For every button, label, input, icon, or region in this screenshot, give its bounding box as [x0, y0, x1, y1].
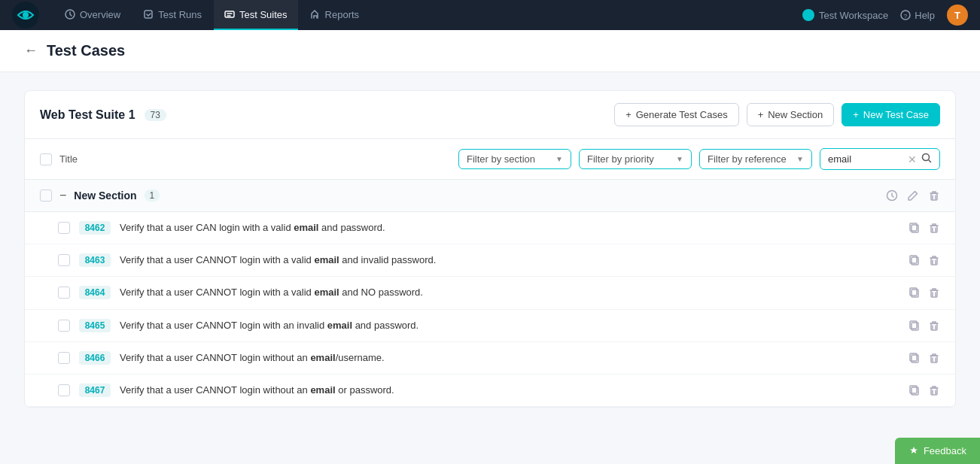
plus-icon: +	[853, 109, 859, 120]
test-cases-list: 8462 Verify that a user CAN login with a…	[25, 212, 955, 407]
nav-right: Test Workspace ? Help T	[802, 5, 968, 26]
test-case-actions	[908, 352, 940, 364]
title-column-header: Title	[59, 153, 451, 165]
filter-reference-dropdown[interactable]: Filter by reference ▼	[699, 149, 812, 169]
copy-test-case-button[interactable]	[908, 384, 921, 396]
test-case-checkbox-8462[interactable]	[58, 222, 70, 234]
nav-test-runs[interactable]: Test Runs	[132, 0, 212, 30]
user-avatar[interactable]: T	[947, 5, 968, 26]
test-case-id: 8467	[79, 384, 111, 397]
filters-row: Title Filter by section ▼ Filter by prio…	[25, 139, 955, 180]
test-case-checkbox-8464[interactable]	[58, 287, 70, 299]
new-section-button[interactable]: + New Section	[747, 103, 835, 126]
clear-search-button[interactable]: ✕	[908, 153, 917, 165]
collapse-section-button[interactable]: −	[59, 189, 66, 202]
test-case-checkbox-8467[interactable]	[58, 384, 70, 396]
delete-test-case-button[interactable]	[928, 222, 940, 234]
test-case-id: 8466	[79, 351, 111, 365]
test-case-title: Verify that a user CAN login with a vali…	[120, 221, 899, 235]
svg-rect-18	[931, 290, 937, 297]
table-row: 8467 Verify that a user CANNOT login wit…	[25, 375, 955, 407]
section-edit-button[interactable]	[907, 190, 919, 202]
svg-point-7	[923, 154, 930, 161]
svg-rect-12	[931, 226, 937, 232]
copy-test-case-button[interactable]	[908, 222, 921, 234]
section-delete-button[interactable]	[928, 190, 940, 202]
test-case-actions	[908, 320, 940, 332]
test-case-actions	[908, 254, 940, 266]
help-link[interactable]: ? Help	[900, 10, 935, 21]
test-case-id: 8465	[79, 319, 111, 332]
filter-priority-dropdown[interactable]: Filter by priority ▼	[579, 149, 692, 169]
main-content: Web Test Suite 1 73 + Generate Test Case…	[0, 72, 980, 426]
workspace-dot	[802, 9, 814, 21]
svg-rect-4	[225, 11, 234, 17]
svg-text:?: ?	[904, 13, 908, 20]
svg-rect-9	[931, 193, 937, 200]
search-box: ✕	[820, 148, 940, 170]
new-test-case-button[interactable]: + New Test Case	[842, 103, 940, 126]
section-checkbox[interactable]	[40, 190, 52, 202]
svg-rect-15	[931, 258, 937, 265]
suite-card: Web Test Suite 1 73 + Generate Test Case…	[24, 90, 956, 408]
delete-test-case-button[interactable]	[928, 352, 940, 364]
table-row: 8462 Verify that a user CAN login with a…	[25, 212, 955, 244]
suite-header: Web Test Suite 1 73 + Generate Test Case…	[25, 91, 955, 139]
suite-name: Web Test Suite 1	[40, 108, 135, 122]
search-input[interactable]	[828, 153, 903, 165]
page-header: ← Test Cases	[0, 30, 980, 72]
nav-overview[interactable]: Overview	[54, 0, 131, 30]
chevron-down-icon: ▼	[796, 155, 804, 163]
test-case-id: 8464	[79, 286, 111, 299]
svg-rect-21	[931, 323, 937, 330]
section-label: New Section	[74, 190, 136, 202]
search-icon[interactable]	[921, 153, 932, 165]
copy-test-case-button[interactable]	[908, 352, 921, 364]
nav-items: Overview Test Runs Test Suites Reports	[54, 0, 799, 30]
select-all-checkbox[interactable]	[40, 153, 52, 165]
page-title: Test Cases	[47, 42, 125, 59]
test-case-title: Verify that a user CANNOT login without …	[120, 351, 899, 365]
delete-test-case-button[interactable]	[928, 384, 940, 396]
test-case-actions	[908, 287, 940, 299]
delete-test-case-button[interactable]	[928, 254, 940, 266]
svg-rect-27	[931, 388, 937, 395]
test-case-id: 8463	[79, 253, 111, 267]
test-case-title: Verify that a user CANNOT login without …	[120, 384, 899, 397]
section-actions	[886, 190, 940, 202]
test-case-title: Verify that a user CANNOT login with an …	[120, 319, 899, 332]
delete-test-case-button[interactable]	[928, 287, 940, 299]
table-row: 8463 Verify that a user CANNOT login wit…	[25, 244, 955, 277]
test-case-actions	[908, 384, 940, 396]
nav-reports[interactable]: Reports	[300, 0, 370, 30]
back-button[interactable]: ←	[24, 43, 38, 59]
section-row: − New Section 1	[25, 180, 955, 212]
copy-test-case-button[interactable]	[908, 320, 921, 332]
navigation: Overview Test Runs Test Suites Reports T…	[0, 0, 980, 30]
svg-point-1	[23, 12, 29, 18]
svg-rect-3	[145, 11, 152, 18]
table-row: 8464 Verify that a user CANNOT login wit…	[25, 277, 955, 309]
test-case-title: Verify that a user CANNOT login with a v…	[120, 286, 899, 299]
nav-test-suites[interactable]: Test Suites	[214, 0, 298, 30]
delete-test-case-button[interactable]	[928, 320, 940, 332]
generate-test-cases-button[interactable]: + Generate Test Cases	[614, 103, 738, 126]
filter-section-dropdown[interactable]: Filter by section ▼	[458, 149, 571, 169]
test-case-checkbox-8466[interactable]	[58, 352, 70, 364]
table-row: 8465 Verify that a user CANNOT login wit…	[25, 310, 955, 342]
suite-actions: + Generate Test Cases + New Section + Ne…	[614, 103, 940, 126]
section-history-button[interactable]	[886, 190, 898, 202]
svg-rect-24	[931, 356, 937, 362]
plus-icon: +	[625, 109, 632, 120]
chevron-down-icon: ▼	[676, 155, 683, 163]
plus-icon: +	[758, 109, 764, 120]
copy-test-case-button[interactable]	[908, 254, 921, 266]
workspace-selector[interactable]: Test Workspace	[802, 9, 888, 21]
copy-test-case-button[interactable]	[908, 287, 921, 299]
test-case-checkbox-8465[interactable]	[58, 320, 70, 332]
test-case-title: Verify that a user CANNOT login with a v…	[120, 253, 899, 267]
test-case-checkbox-8463[interactable]	[58, 254, 70, 266]
chevron-down-icon: ▼	[555, 155, 563, 163]
logo[interactable]	[12, 2, 39, 29]
section-count: 1	[145, 190, 160, 202]
